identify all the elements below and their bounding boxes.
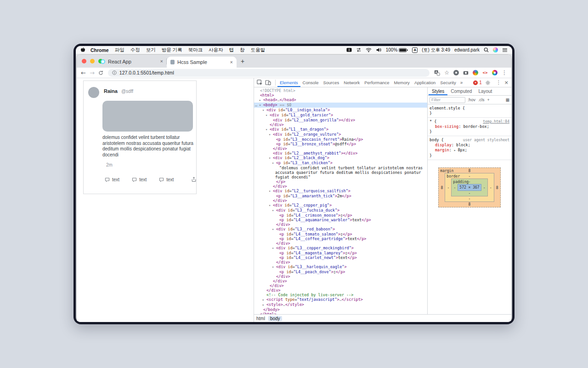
dom-tree-node[interactable]: <p id="L3__bronze_stoat">@sdff</p> [254, 142, 427, 146]
dom-tree-node[interactable]: </div> [254, 283, 427, 288]
dom-tree-node[interactable]: </div> [254, 260, 427, 264]
extension-icon-3[interactable] [473, 70, 478, 75]
style-toggle[interactable]: :hov [468, 98, 475, 102]
dom-tree-node[interactable]: ▾<div id="L2__turquoise_sailfish"> [254, 189, 427, 194]
menu-item[interactable]: 창 [240, 47, 245, 53]
extension-icon-5[interactable] [492, 70, 498, 75]
dom-tree-node[interactable]: <p id="L4__scarlet_newt">text</p> [254, 255, 427, 260]
expand-arrow-icon[interactable]: ▾ [269, 203, 273, 208]
expand-arrow-icon[interactable]: ▸ [262, 298, 266, 302]
reload-button[interactable] [98, 70, 103, 75]
devtools-tab-memory[interactable]: Memory [392, 78, 412, 87]
dom-tree-node[interactable]: ▾<div id="L1__gold_tarsier"> [254, 113, 427, 118]
comment-button[interactable]: text [105, 177, 119, 182]
dom-tree-node[interactable]: <p id="L3__amaranth_tick">2m</p> [254, 194, 427, 198]
expand-arrow-icon[interactable]: ▸ [262, 303, 266, 307]
padding-top-value[interactable]: - [452, 180, 487, 184]
window-manager-icon[interactable] [346, 47, 352, 52]
menu-item[interactable]: 방문 기록 [162, 47, 182, 53]
dom-tree-node[interactable]: <html> [254, 93, 427, 98]
dom-tree-node[interactable]: </html> [254, 312, 427, 314]
dom-tree-node[interactable]: ▾<div id="L3__red_baboon"> [254, 227, 427, 232]
dom-tree-node[interactable]: </div> [254, 198, 427, 203]
dom-tree-node[interactable]: <!-- Code injected by live-server --> [254, 293, 427, 297]
sidebar-tab-styles[interactable]: Styles [429, 87, 447, 95]
expand-arrow-icon[interactable]: ▾ [259, 103, 263, 108]
devtools-tab-performance[interactable]: Performance [362, 78, 391, 87]
dom-tree-node[interactable]: </div> [254, 122, 427, 127]
dom-tree-node[interactable]: ▾<div id="L1__tan_dragon"> [254, 127, 427, 132]
dom-tree-node[interactable]: ▾<div id="L3__harlequin_eagle"> [254, 264, 427, 270]
dom-tree-node[interactable]: "dolemus confidet velint turbent tollatu… [254, 166, 427, 179]
inspect-element-icon[interactable] [257, 80, 263, 86]
devtools-menu-icon[interactable]: ⋮ [496, 80, 501, 85]
dom-tree-node[interactable]: ▾<div id="L0__indigo_koala"> [254, 108, 427, 113]
bookmark-star-icon[interactable]: ☆ [444, 70, 449, 75]
dom-tree-node[interactable]: <!DOCTYPE html> [254, 88, 427, 93]
dom-tree-node[interactable]: <div id="L2__salmon_gorilla"></div> [254, 118, 427, 122]
devtools-tab-security[interactable]: Security [438, 78, 458, 87]
menu-item[interactable]: 북마크 [188, 47, 203, 53]
apple-logo-icon[interactable] [80, 47, 85, 53]
border-top-value[interactable]: - [445, 174, 493, 178]
share-button[interactable] [191, 177, 197, 182]
dom-tree-node[interactable]: </div> [254, 241, 427, 246]
devtools-tab-sources[interactable]: Sources [321, 78, 341, 87]
dom-tree-node[interactable]: <p id="L4__magenta_lamprey">▯</p> [254, 251, 427, 255]
dom-tree-node[interactable]: <p id="L3__moccasin_ferret">Raina</p> [254, 137, 427, 142]
dom-tree-node[interactable]: ▾<div id="L2__black_dog"> [254, 155, 427, 161]
console-error-badge[interactable]: ✕ 1 [473, 80, 482, 85]
input-source-badge[interactable]: A [412, 47, 418, 53]
devtools-tab-elements[interactable]: Elements [277, 78, 300, 87]
dom-tree-node[interactable]: ▸<head>…</head> [254, 98, 427, 103]
margin-left-value[interactable]: 8 [439, 185, 445, 190]
expand-arrow-icon[interactable]: ▾ [269, 132, 273, 137]
padding-left-value[interactable]: - [452, 185, 458, 190]
dom-tree-node[interactable]: …▾<body> == $0 [254, 103, 427, 108]
menubar-username[interactable]: edward.park [454, 47, 480, 52]
dom-tree-node[interactable]: ▾<div id="L3__copper_mockingbird"> [254, 246, 427, 251]
css-selector[interactable]: body [430, 138, 439, 142]
arrows-icon[interactable] [356, 47, 362, 52]
devtools-close-icon[interactable]: × [504, 80, 509, 85]
active-app-name[interactable]: Chrome [90, 47, 109, 53]
margin-right-value[interactable]: 8 [494, 185, 500, 190]
spotlight-search-icon[interactable] [484, 47, 489, 52]
browser-menu-icon[interactable]: ⋮ [502, 70, 507, 75]
dom-tree-node[interactable]: <p id="L4__crimson_moose">▯</p> [254, 213, 427, 218]
menu-item[interactable]: 도움말 [251, 47, 266, 53]
margin-top-value[interactable]: 8 [439, 169, 500, 173]
dom-tree-node[interactable]: ▾<p id="L3__tan_chicken"> [254, 161, 427, 166]
css-selector[interactable]: element.style [430, 106, 460, 110]
menu-item[interactable]: 보기 [146, 47, 156, 53]
control-center-icon[interactable] [502, 48, 508, 52]
expand-arrow-icon[interactable]: ▾ [272, 227, 276, 232]
menu-item[interactable]: 파일 [115, 47, 124, 53]
dom-tree-node[interactable]: <p id="L4__peach_dove">▯</p> [254, 270, 427, 274]
stylesheet-link[interactable]: temp.html:84 [483, 119, 509, 124]
devtools-tab-network[interactable]: Network [341, 78, 362, 87]
battery-status[interactable]: 100% [386, 47, 408, 52]
margin-bottom-value[interactable]: 8 [439, 202, 500, 207]
address-bar[interactable]: 127.0.0.1:5501/temp.html [108, 69, 430, 77]
node-overflow-ellipsis[interactable]: … [255, 103, 257, 107]
like-button[interactable]: text [159, 177, 174, 182]
translate-icon[interactable] [434, 70, 440, 76]
expand-arrow-icon[interactable]: ▸ [259, 98, 263, 103]
dom-tree-node[interactable]: ▾<div id="L2__orange_vulture"> [254, 132, 427, 137]
menu-item[interactable]: 수정 [130, 47, 140, 53]
tab-react-app[interactable]: React App × [97, 55, 167, 68]
dom-tree-node[interactable]: <p id="L4__aquamarine_warbler">text</p> [254, 218, 427, 222]
devtools-tab-console[interactable]: Console [300, 78, 321, 87]
style-toggle[interactable]: .cls [478, 98, 485, 102]
breadcrumb-html[interactable]: html [256, 316, 265, 321]
expand-arrow-icon[interactable]: ▾ [266, 113, 270, 118]
element-state-icon[interactable]: ▦ [505, 98, 509, 102]
css-property[interactable]: margin: ▸ 8px; [430, 148, 509, 153]
devtools-settings-icon[interactable] [485, 80, 491, 86]
expand-arrow-icon[interactable]: ▾ [269, 156, 273, 161]
tab-close-icon[interactable]: × [160, 59, 163, 64]
menu-item[interactable]: 탭 [229, 47, 234, 53]
padding-bottom-value[interactable]: - [452, 191, 487, 196]
expand-arrow-icon[interactable]: ▾ [272, 246, 276, 251]
